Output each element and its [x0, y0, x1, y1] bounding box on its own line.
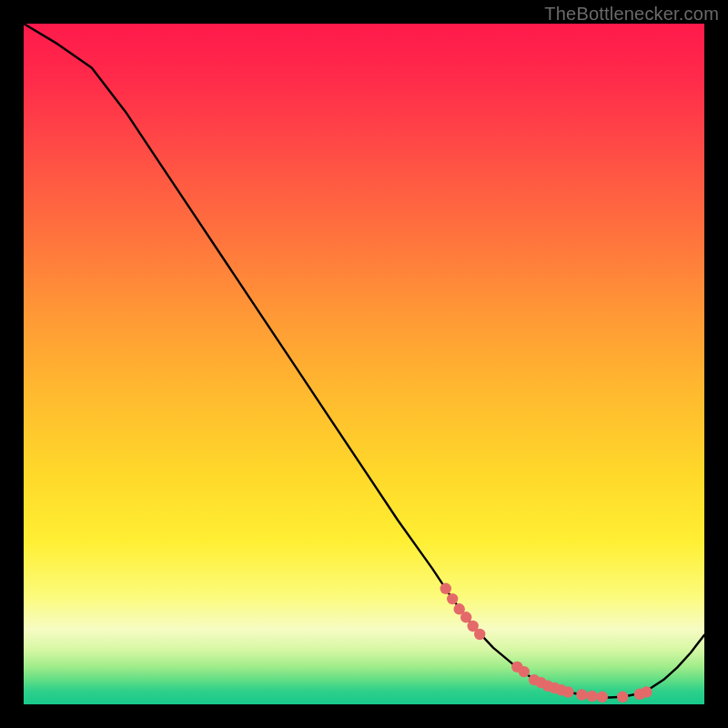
chart-overlay [24, 24, 704, 704]
red-dot [519, 666, 530, 677]
chart-frame: TheBottlenecker.com [0, 0, 728, 728]
red-dot [440, 583, 451, 594]
curve-line [24, 24, 704, 698]
red-dot [597, 692, 608, 703]
red-dot [576, 689, 587, 700]
red-dot [562, 686, 573, 697]
red-dot [447, 593, 458, 604]
red-dot [641, 686, 652, 697]
attribution-text: TheBottlenecker.com [544, 4, 719, 25]
red-dot [586, 691, 597, 702]
red-dot-cluster [440, 583, 652, 703]
red-dot [617, 692, 628, 703]
red-dot [474, 629, 485, 640]
red-dot [460, 612, 471, 622]
